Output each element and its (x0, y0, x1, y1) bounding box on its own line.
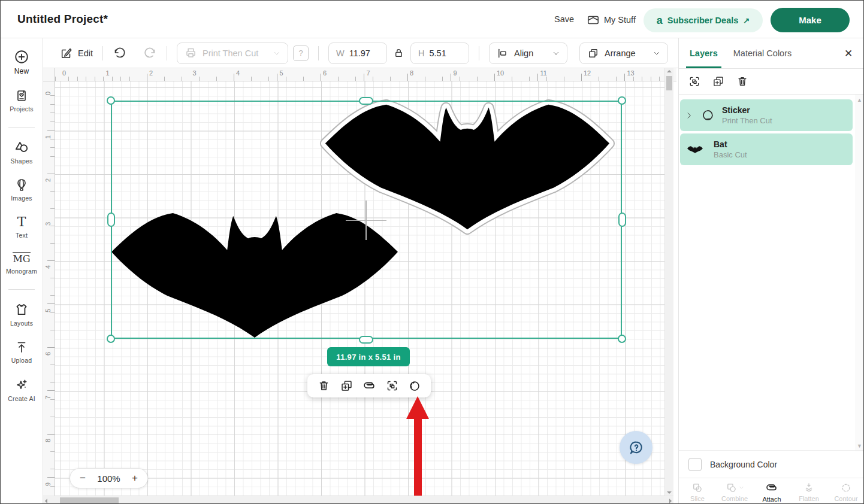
selection-handle-bottom-right[interactable] (618, 335, 626, 343)
bat-icon (685, 146, 705, 153)
ruler-top-number: 1 (106, 69, 110, 77)
zoom-in-button[interactable]: + (132, 472, 138, 484)
redo-button[interactable] (143, 46, 157, 60)
scroll-right-arrow[interactable] (669, 499, 672, 503)
chevron-right-icon[interactable] (680, 111, 698, 120)
question-bubble-icon (627, 439, 645, 457)
delete-layer-icon[interactable] (736, 75, 748, 87)
action-combine[interactable]: Combine (716, 478, 753, 504)
layer-list: Sticker Print Then Cut Bat Basic Cut (679, 95, 854, 168)
sidebar-item-images[interactable]: Images (1, 178, 43, 202)
vertical-scroll-thumb[interactable] (666, 76, 672, 90)
layer-row-sticker[interactable]: Sticker Print Then Cut (680, 99, 853, 131)
attach-icon[interactable] (360, 377, 378, 395)
sticker-icon[interactable] (406, 377, 424, 395)
sidebar-item-new[interactable]: New (1, 49, 43, 75)
selection-handle-bottom-left[interactable] (107, 335, 115, 343)
tab-layers[interactable]: Layers (690, 38, 718, 68)
arrange-label: Arrange (605, 48, 636, 58)
sidebar-item-monogram[interactable]: MG Monogram (1, 252, 43, 275)
horizontal-scroll-thumb[interactable] (60, 497, 119, 503)
tab-material-colors[interactable]: Material Colors (733, 38, 792, 68)
background-color-checkbox[interactable] (688, 458, 702, 471)
sidebar-item-shapes[interactable]: Shapes (1, 139, 43, 165)
sidebar-item-label: Monogram (6, 268, 37, 275)
contour-icon (840, 482, 852, 494)
scroll-down-arrow[interactable]: ▼ (857, 443, 862, 449)
bat-cut-object[interactable] (111, 211, 398, 338)
duplicate-icon[interactable] (337, 377, 355, 395)
lock-icon[interactable] (393, 47, 404, 59)
plus-circle-icon (14, 49, 29, 65)
scroll-up-arrow[interactable]: ▲ (857, 97, 862, 103)
action-label: Attach (762, 496, 781, 503)
text-icon: T (17, 215, 26, 229)
panel-action-bar: Slice Combine Attach Flatten Contour (679, 478, 864, 504)
project-card-icon (14, 89, 29, 103)
operation-help-button[interactable]: ? (293, 45, 309, 61)
layer-list-scrollbar[interactable]: ▲ ▼ (855, 95, 863, 451)
ruler-corner (43, 68, 55, 81)
subscriber-deals-button[interactable]: a Subscriber Deals ↗ (644, 8, 763, 32)
sidebar-item-label: Text (16, 232, 28, 239)
selection-handle-bottom[interactable] (359, 336, 373, 344)
width-field[interactable]: W 11.97 (328, 42, 387, 64)
sidebar-item-upload[interactable]: Upload (1, 340, 43, 364)
sidebar-item-text[interactable]: T Text (1, 215, 43, 239)
close-icon[interactable]: ✕ (842, 47, 855, 60)
arrange-dropdown[interactable]: Arrange (579, 42, 668, 64)
height-field[interactable]: H 5.51 (410, 42, 469, 64)
layers-panel: Layers Material Colors ✕ Sticker Print T… (678, 38, 864, 504)
sidebar-item-label: Upload (11, 357, 32, 364)
operation-dropdown[interactable]: Print Then Cut (177, 42, 288, 64)
my-stuff-button[interactable]: My Stuff (587, 13, 636, 26)
scroll-left-arrow[interactable] (45, 499, 47, 503)
sidebar-item-label: Images (11, 195, 32, 202)
arrange-icon (587, 47, 599, 59)
cricut-access-icon: a (657, 14, 663, 27)
select-similar-icon[interactable] (383, 377, 401, 395)
width-value: 11.97 (349, 48, 370, 58)
make-button[interactable]: Make (771, 8, 850, 32)
ruler-top-number: 2 (149, 69, 153, 77)
canvas-vertical-scrollbar[interactable] (664, 68, 673, 496)
action-attach[interactable]: Attach (753, 478, 790, 504)
undo-button[interactable] (113, 46, 127, 60)
selection-handle-left[interactable] (107, 212, 115, 227)
tshirt-icon (14, 302, 29, 317)
chevron-down-icon (552, 50, 560, 57)
save-button[interactable]: Save (554, 14, 574, 24)
selection-handle-top[interactable] (359, 97, 373, 105)
help-button[interactable] (620, 431, 652, 464)
align-dropdown[interactable]: Align (489, 42, 567, 64)
layer-row-bat[interactable]: Bat Basic Cut (680, 133, 853, 165)
panel-tabs: Layers Material Colors ✕ (679, 38, 864, 69)
selection-handle-right[interactable] (618, 212, 626, 227)
edit-button[interactable]: Edit (60, 47, 93, 60)
ruler-top-number: 7 (367, 69, 370, 77)
ruler-top-number: 4 (236, 69, 240, 77)
trash-icon[interactable] (315, 377, 333, 395)
ruler-left-number: 8 (44, 436, 52, 445)
sidebar-item-projects[interactable]: Projects (1, 89, 43, 113)
sidebar-item-layouts[interactable]: Layouts (1, 302, 43, 327)
sidebar-item-label: Projects (10, 105, 34, 113)
duplicate-layer-icon[interactable] (712, 75, 724, 87)
action-slice[interactable]: Slice (679, 478, 716, 504)
shapes-icon (14, 139, 29, 155)
action-flatten[interactable]: Flatten (790, 478, 827, 504)
scroll-down-arrow[interactable] (667, 491, 672, 494)
scroll-up-arrow[interactable] (667, 70, 672, 72)
sidebar-item-create-ai[interactable]: Create AI (1, 377, 43, 402)
printer-icon (185, 47, 197, 59)
zoom-out-button[interactable]: − (80, 472, 86, 484)
selection-handle-top-left[interactable] (107, 96, 115, 105)
layer-name: Bat (714, 139, 747, 149)
project-title[interactable]: Untitled Project* (17, 13, 108, 26)
canvas-horizontal-scrollbar[interactable] (43, 496, 673, 504)
select-layers-icon[interactable] (688, 75, 700, 87)
ruler-top-number: 12 (584, 69, 591, 77)
save-label: Save (554, 14, 574, 24)
selection-handle-top-right[interactable] (618, 96, 626, 105)
action-contour[interactable]: Contour (827, 478, 864, 504)
